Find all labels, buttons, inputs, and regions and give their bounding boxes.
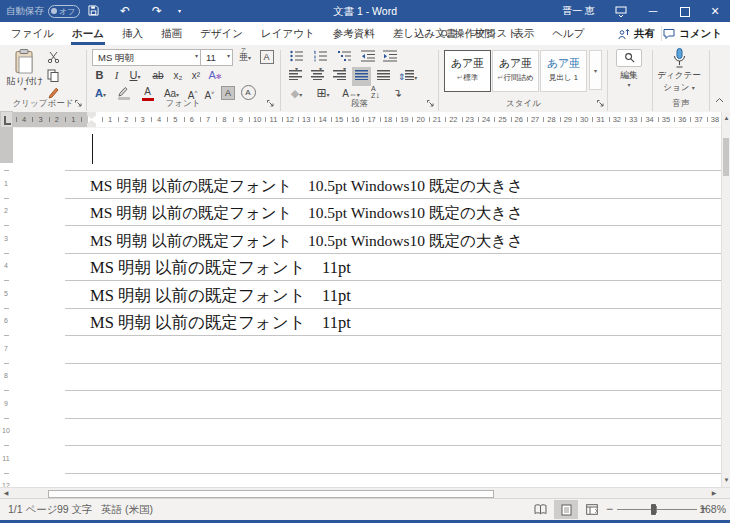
sort-button[interactable]: AZ↓ xyxy=(366,85,385,99)
scroll-down-button[interactable]: ▼ xyxy=(722,475,730,486)
decrease-indent-button[interactable] xyxy=(358,50,377,62)
style-heading-1[interactable]: あア亜見出し 1 xyxy=(540,50,587,92)
ruler-tick xyxy=(543,117,544,122)
paragraph-dialog-launcher[interactable] xyxy=(426,99,435,108)
align-right-button[interactable] xyxy=(330,69,349,82)
tab-references[interactable]: 参考資料 xyxy=(324,22,384,45)
distribute-text-button[interactable] xyxy=(374,69,393,82)
vertical-scrollbar[interactable]: ▲ ▼ xyxy=(721,112,730,487)
enclose-characters-border-button[interactable]: A xyxy=(259,50,274,64)
document-text-line[interactable]: MS 明朝 以前の既定フォント 10.5pt Windows10 既定の大きさ xyxy=(90,201,523,225)
read-mode-button[interactable] xyxy=(528,500,552,519)
horizontal-scrollbar[interactable]: ◀ ▶ xyxy=(0,487,730,498)
bold-button[interactable]: B xyxy=(92,68,107,83)
collapse-ribbon-button[interactable] xyxy=(712,97,726,103)
zoom-slider-track[interactable] xyxy=(617,509,697,510)
document-text-line[interactable]: MS 明朝 以前の既定フォント 10.5pt Windows10 既定の大きさ xyxy=(90,174,523,198)
chevron-down-icon: ▾ xyxy=(594,69,597,74)
ruler-tick xyxy=(609,117,610,122)
minimize-button[interactable]: ─ xyxy=(640,0,666,22)
ruler-number: 28 xyxy=(546,112,556,127)
scroll-right-button[interactable]: ▶ xyxy=(708,488,720,498)
tell-me-button[interactable]: 操作アシスト xyxy=(440,22,518,45)
style-normal[interactable]: あア亜↵標準 xyxy=(444,50,491,92)
ruler-number: 4 xyxy=(0,261,12,271)
maximize-button[interactable] xyxy=(672,0,698,22)
tab-file[interactable]: ファイル xyxy=(2,22,63,45)
document-text-line[interactable]: MS 明朝 以前の既定フォント 11pt xyxy=(90,311,351,335)
zoom-out-button[interactable]: − xyxy=(606,499,613,520)
ruler-tick xyxy=(265,117,266,122)
cut-button[interactable] xyxy=(44,51,62,63)
tab-insert[interactable]: 挿入 xyxy=(113,22,152,45)
styles-more-button[interactable]: ▾ xyxy=(589,50,602,90)
tab-stop-selector[interactable] xyxy=(0,111,13,128)
document-text-line[interactable]: MS 明朝 以前の既定フォント 11pt xyxy=(90,284,351,308)
superscript-button[interactable]: x² xyxy=(188,68,204,83)
ruler-tick xyxy=(4,198,9,199)
scroll-up-button[interactable]: ▲ xyxy=(722,113,730,124)
scroll-left-button[interactable]: ◀ xyxy=(0,488,12,498)
zoom-level-indicator[interactable]: 168% xyxy=(699,499,726,520)
search-icon xyxy=(440,29,450,39)
tab-home[interactable]: ホーム xyxy=(63,22,113,45)
copy-button[interactable] xyxy=(44,69,62,82)
styles-dialog-launcher[interactable] xyxy=(596,99,605,108)
justify-button[interactable] xyxy=(352,67,371,86)
grid-line xyxy=(65,170,721,171)
vertical-ruler: 123456789101112 xyxy=(0,128,14,487)
share-button[interactable]: 共有 xyxy=(618,22,655,45)
clipboard-dialog-launcher[interactable] xyxy=(74,99,83,108)
ruler-tick xyxy=(592,117,593,122)
tab-layout[interactable]: レイアウト xyxy=(252,22,324,45)
zoom-slider-thumb[interactable] xyxy=(651,504,656,515)
font-dialog-launcher[interactable] xyxy=(266,99,275,108)
ruler-number: 9 xyxy=(236,112,246,127)
editing-button[interactable]: 編集 ▾ xyxy=(611,49,647,88)
align-left-button[interactable] xyxy=(286,69,305,82)
tab-help[interactable]: ヘルプ xyxy=(543,22,593,45)
phonetic-guide-button[interactable]: ア亜▾ xyxy=(236,48,254,62)
language-indicator[interactable]: 英語 (米国) xyxy=(101,499,153,520)
increase-indent-button[interactable] xyxy=(380,50,399,62)
book-icon xyxy=(534,504,547,515)
comments-button[interactable]: コメント xyxy=(663,22,722,45)
paste-button[interactable]: 貼り付け ▾ xyxy=(6,49,44,92)
ruler-number: 26 xyxy=(514,112,524,127)
style-no-spacing[interactable]: あア亜↵行間詰め xyxy=(492,50,539,92)
vertical-scroll-thumb[interactable] xyxy=(723,138,729,176)
paragraph-group-label: 段落 xyxy=(282,98,437,110)
ruler-tick xyxy=(4,280,9,281)
document-text-line[interactable]: MS 明朝 以前の既定フォント 10.5pt Windows10 既定の大きさ xyxy=(90,229,523,253)
close-button[interactable]: × xyxy=(702,0,728,22)
strikethrough-button[interactable]: ab xyxy=(149,68,167,83)
ruler-tick xyxy=(396,117,397,122)
line-spacing-button[interactable]: ⇕▾ xyxy=(396,69,419,82)
ruler-tick xyxy=(347,117,348,122)
underline-button[interactable]: U▾ xyxy=(125,68,145,83)
ribbon-display-options-button[interactable] xyxy=(608,0,634,22)
tab-draw[interactable]: 描画 xyxy=(152,22,191,45)
hanging-indent-marker[interactable] xyxy=(87,120,96,127)
first-line-indent-marker[interactable] xyxy=(87,112,96,119)
document-text-line[interactable]: MS 明朝 以前の既定フォント 11pt xyxy=(90,256,351,280)
page-number-indicator[interactable]: 1/1 ページ xyxy=(8,499,58,520)
subscript-button[interactable]: x₂ xyxy=(170,68,186,83)
print-layout-button[interactable] xyxy=(554,500,578,519)
tab-design[interactable]: デザイン xyxy=(191,22,252,45)
italic-button[interactable]: I xyxy=(110,68,123,83)
grid-line xyxy=(65,308,721,309)
document-page[interactable]: MS 明朝 以前の既定フォント 10.5pt Windows10 既定の大きさM… xyxy=(13,128,721,487)
dictation-button[interactable]: ディクテーション ▾ xyxy=(656,48,702,94)
chevron-down-icon: ▾ xyxy=(6,87,44,92)
font-name-combo[interactable]: MS 明朝 ▾ xyxy=(92,49,201,66)
text-effects-typography-button[interactable]: A✻ xyxy=(206,68,224,84)
ruler-number: 22 xyxy=(448,112,458,127)
user-name[interactable]: 晋一 恵 xyxy=(562,0,595,22)
horizontal-scroll-thumb[interactable] xyxy=(48,490,494,498)
web-layout-button[interactable] xyxy=(580,500,604,519)
font-size-combo[interactable]: 11 ▾ xyxy=(200,49,233,66)
align-center-button[interactable] xyxy=(308,69,327,82)
word-count-indicator[interactable]: 99 文字 xyxy=(57,499,93,520)
grid-line xyxy=(65,253,721,254)
